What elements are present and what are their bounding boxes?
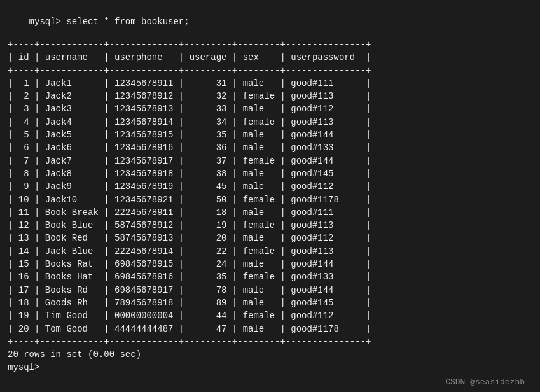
result-info: 20 rows in set (0.00 sec) [8, 349, 532, 360]
sql-command: select * from bookuser; [66, 17, 189, 27]
mysql-prompt: mysql> [29, 17, 67, 27]
terminal-window: mysql> select * from bookuser; +----+---… [8, 6, 532, 392]
table-output: +----+------------+-------------+-------… [8, 38, 532, 348]
bottom-prompt-line[interactable]: mysql> [8, 362, 532, 372]
watermark: CSDN @seasidezhb [445, 377, 525, 387]
command-line: mysql> select * from bookuser; [8, 6, 532, 37]
